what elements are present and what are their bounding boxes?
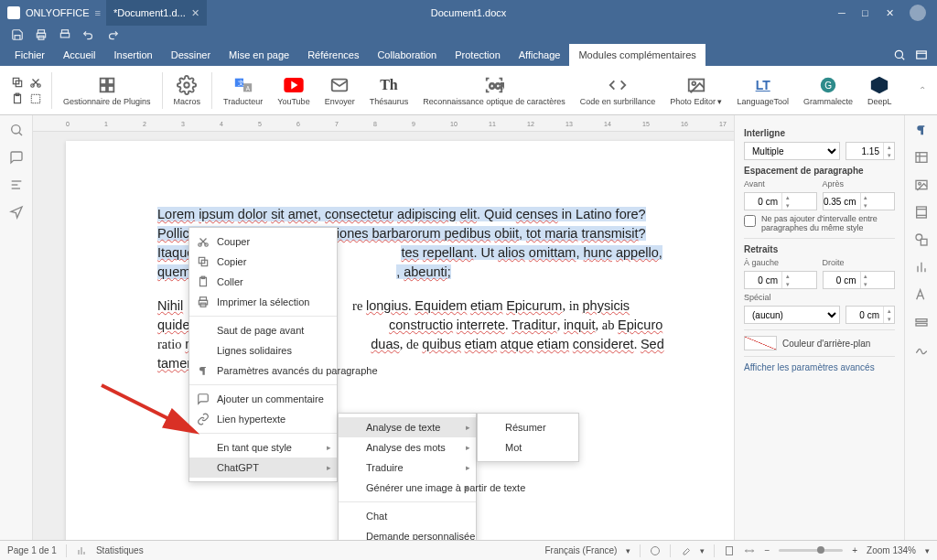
menu-item[interactable]: Copier [189,252,337,272]
menu-item[interactable]: Paramètres avancés du paragraphe [189,361,337,381]
horizontal-ruler[interactable]: 0123456789101112131415161718 [33,115,734,132]
menu-item[interactable]: En tant que style▸ [189,437,337,458]
quickprint-icon[interactable] [59,28,71,41]
menu-insertion[interactable]: Insertion [104,44,161,66]
advanced-settings-link[interactable]: Afficher les paramètres avancés [744,362,895,372]
thesaurus-button[interactable]: Th Thésaurus [362,74,416,107]
header-footer-icon[interactable] [914,205,929,220]
ocr-button[interactable]: OCR Reconnaissance optique de caractères [415,74,573,107]
menu-protection[interactable]: Protection [446,44,510,66]
macros-button[interactable]: Macros [167,74,209,107]
svg-rect-58 [916,207,926,218]
table-settings-icon[interactable] [914,150,929,165]
chart-settings-icon[interactable] [914,260,929,275]
menu-item[interactable]: Demande personnalisée [339,526,476,540]
form-settings-icon[interactable] [914,315,929,329]
comments-icon[interactable] [9,150,24,165]
ribbon: Gestionnaire de Plugins Macros 文A Traduc… [0,66,937,115]
select-all-icon[interactable] [29,92,42,105]
spellcheck-icon[interactable] [650,545,661,556]
headings-icon[interactable] [9,178,24,192]
retrait-special-input[interactable]: ▴▾ [845,306,895,324]
retrait-special-select[interactable]: (aucun) [744,306,840,324]
zoom-out-button[interactable]: − [764,545,770,555]
menu-item[interactable]: ChatGPT▸ [189,458,337,478]
zoom-in-button[interactable]: + [852,545,857,555]
retrait-droite-input[interactable]: ▴▾ [823,271,896,289]
espacement-avant-input[interactable]: ▴▾ [744,192,817,210]
menu-item[interactable]: Résumer [478,417,578,437]
paragraph-settings-icon[interactable] [914,123,929,137]
espacement-apres-input[interactable]: ▴▾ [823,192,896,210]
find-icon[interactable] [9,123,24,137]
menu-bar: Fichier Accueil Insertion Dessiner Mise … [0,44,937,66]
deepl-button[interactable]: DeepL [860,74,899,107]
menu-item[interactable]: Générer une image à partir de texte▸ [339,478,476,498]
undo-icon[interactable] [82,28,95,41]
image-settings-icon[interactable] [914,178,929,192]
maximize-icon[interactable]: □ [862,7,873,18]
page-indicator[interactable]: Page 1 de 1 [7,545,57,555]
shape-settings-icon[interactable] [914,232,929,247]
close-window-icon[interactable]: ✕ [886,7,897,19]
svg-line-36 [18,133,21,135]
fit-page-icon[interactable] [724,545,735,556]
highlight-code-button[interactable]: Code en surbrillance [573,74,663,107]
signature-settings-icon[interactable] [914,342,929,357]
zoom-slider[interactable] [779,549,843,552]
feedback-icon[interactable] [9,205,24,220]
menu-collaboration[interactable]: Collaboration [368,44,446,66]
menu-item[interactable]: Lignes solidaires [189,340,337,361]
minimize-icon[interactable]: ─ [838,7,849,18]
menu-item[interactable]: Analyse de texte▸ [339,417,476,437]
menu-item[interactable]: Ajouter un commentaire [189,389,337,409]
fit-width-icon[interactable] [744,545,755,556]
menu-affichage[interactable]: Affichage [510,44,570,66]
photo-editor-button[interactable]: Photo Editor ▾ [662,74,729,107]
menu-modules-complementaires[interactable]: Modules complémentaires [569,44,705,66]
menu-dessiner[interactable]: Dessiner [162,44,220,66]
search-icon[interactable] [893,48,906,61]
languagetool-button[interactable]: LT LanguageTool [729,74,796,107]
menu-mise-en-page[interactable]: Mise en page [220,44,298,66]
menu-item[interactable]: Traduire▸ [339,458,476,478]
user-avatar-icon[interactable] [910,5,926,21]
save-icon[interactable] [11,28,24,41]
bg-color-swatch[interactable] [744,336,777,350]
menu-fichier[interactable]: Fichier [5,44,54,66]
redo-icon[interactable] [106,28,119,41]
document-tab[interactable]: *Document1.d... ✕ [106,0,207,26]
menu-item[interactable]: Coller [189,272,337,292]
no-space-same-style-checkbox[interactable] [744,215,756,227]
menu-item[interactable]: Couper [189,232,337,252]
trackchanges-icon[interactable] [680,545,691,556]
interligne-value-input[interactable]: ▴▾ [845,142,895,160]
statistics-button[interactable]: Statistiques [96,545,144,555]
interligne-mode-select[interactable]: Multiple [744,142,840,160]
menu-item[interactable]: Imprimer la sélection [189,292,337,312]
close-tab-icon[interactable]: ✕ [191,7,199,19]
menu-item[interactable]: Analyse des mots▸ [339,437,476,458]
menu-item[interactable]: Chat [339,506,476,526]
collapse-ribbon-icon[interactable]: ⌃ [919,85,932,95]
svg-rect-72 [727,546,733,555]
paste-icon[interactable] [11,92,24,105]
menu-references[interactable]: Références [298,44,368,66]
menu-item[interactable]: Mot [478,437,578,458]
menu-item[interactable]: Lien hypertexte [189,409,337,429]
grammalecte-button[interactable]: G Grammalecte [796,74,860,107]
youtube-button[interactable]: YouTube [270,74,317,107]
zoom-label[interactable]: Zoom 134% [867,545,916,555]
menu-accueil[interactable]: Accueil [54,44,104,66]
open-location-icon[interactable] [915,48,928,61]
copy-icon[interactable] [11,76,24,89]
translator-button[interactable]: 文A Traducteur [216,74,270,107]
menu-item[interactable]: Saut de page avant [189,320,337,340]
send-button[interactable]: Envoyer [318,74,362,107]
cut-icon[interactable] [29,76,42,89]
language-selector[interactable]: Français (France) [544,545,617,555]
plugin-manager-button[interactable]: Gestionnaire de Plugins [56,74,158,107]
print-icon[interactable] [35,28,48,41]
retrait-gauche-input[interactable]: ▴▾ [744,271,817,289]
textart-settings-icon[interactable] [914,287,929,302]
